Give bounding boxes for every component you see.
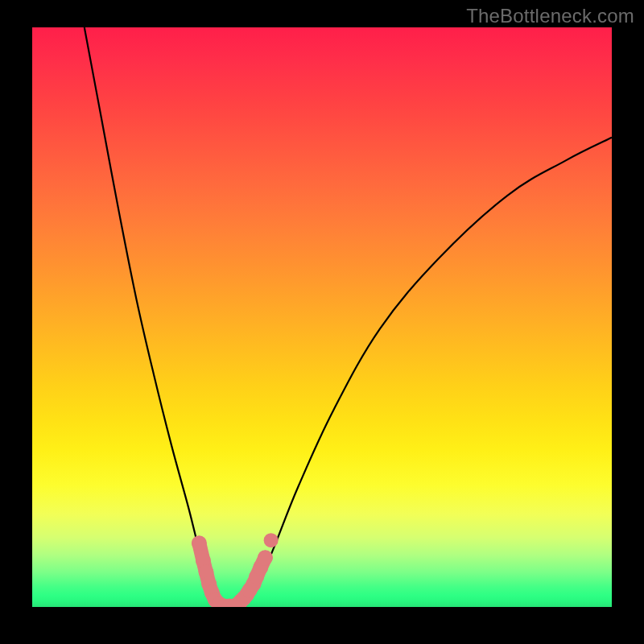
curve-left [85,27,224,607]
chart-plot-area [32,27,612,607]
chart-svg [32,27,612,607]
data-marker [264,533,279,547]
curve-right [241,138,612,607]
data-marker [192,535,207,551]
data-marker [258,550,273,565]
marker-group [192,533,279,607]
watermark-text: TheBottleneck.com [466,5,634,27]
